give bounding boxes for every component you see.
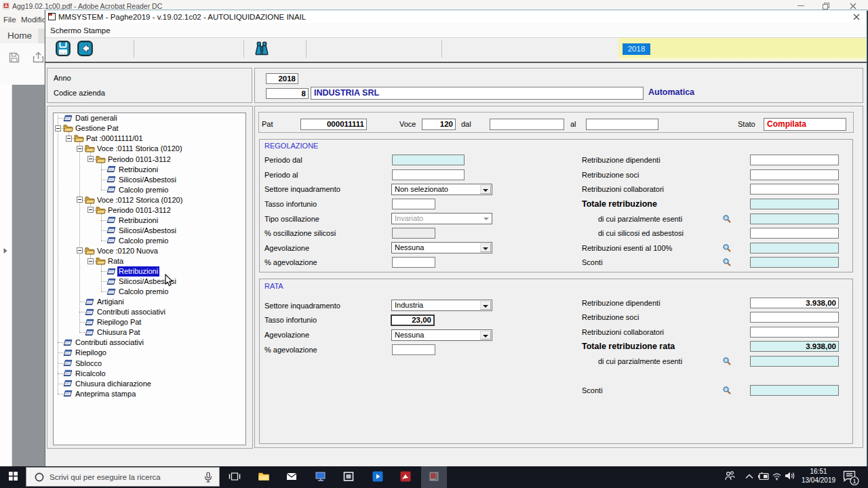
svg-text:1: 1: [852, 478, 856, 485]
svg-text:A: A: [5, 3, 8, 8]
